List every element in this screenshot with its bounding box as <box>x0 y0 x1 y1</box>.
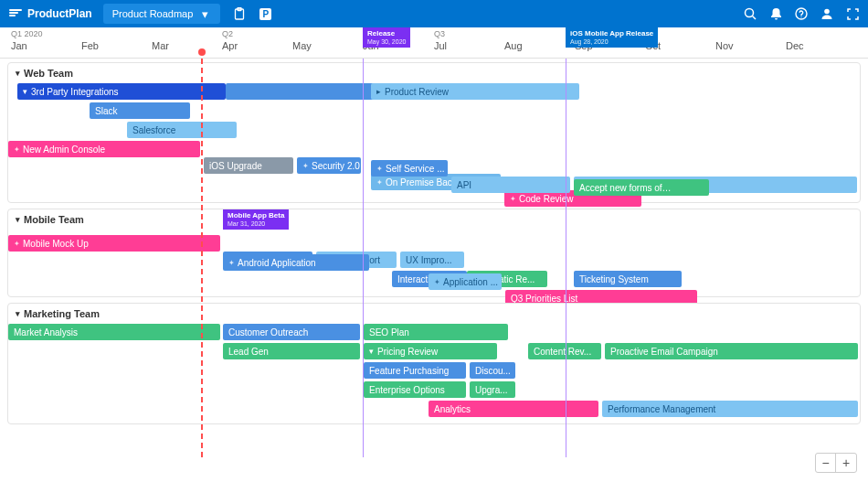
bar-label: Lead Gen <box>228 347 269 357</box>
month-label: Mar <box>152 40 169 51</box>
bar-label: Android Application <box>238 258 316 268</box>
expand-chevron-icon: ▾ <box>369 347 374 356</box>
roadmap-bar[interactable]: Android Application <box>223 254 369 271</box>
bar-label: Discou... <box>475 366 511 376</box>
bar-label: Q3 Priorities List <box>511 294 577 304</box>
lane-row: Salesforce <box>8 122 860 141</box>
roadmap-bar[interactable]: Self Service ... <box>371 160 448 177</box>
lane-row: Market AnalysisCustomer OutreachSEO Plan <box>8 324 860 343</box>
roadmap-canvas[interactable]: ▾ Web Team▾3rd Party Integrations▸Produc… <box>0 59 868 457</box>
milestone-flag[interactable]: ReleaseMay 30, 2020 <box>363 27 410 48</box>
app-name: ProductPlan <box>27 7 92 20</box>
roadmap-bar[interactable]: Mobile Mock Up <box>8 235 220 252</box>
swimlane-header[interactable]: ▾ Marketing Team <box>8 304 860 324</box>
roadmap-bar[interactable]: Upgra... <box>470 381 515 398</box>
clipboard-icon[interactable] <box>233 7 246 20</box>
swimlane-header[interactable]: ▾ Mobile Team <box>8 209 860 230</box>
bar-label: Self Service ... <box>386 164 444 174</box>
month-label: Feb <box>81 40 99 51</box>
zoom-in-button[interactable]: + <box>836 454 856 472</box>
month-label: Jan <box>11 40 27 51</box>
search-icon[interactable] <box>744 7 757 20</box>
bar-label: Performance Management <box>608 404 715 414</box>
caret-down-icon: ▾ <box>198 7 211 20</box>
bar-label: Product Review <box>385 87 449 97</box>
roadmap-bar[interactable]: ▾3rd Party Integrations <box>17 83 226 100</box>
roadmap-bar[interactable]: Feature Purchasing <box>364 362 466 379</box>
roadmap-bar[interactable]: New Admin Console <box>8 141 200 157</box>
lane-row: New Admin ConsoleiOS UpgradeSecurity 2.0… <box>8 141 860 160</box>
timeline-header: Q1 2020Q2Q3Q4JanFebMarAprMayJunJulAugSep… <box>0 27 868 59</box>
bar-label: Enterprise Options <box>369 385 445 395</box>
expand-chevron-icon: ▾ <box>23 87 27 96</box>
svg-text:P: P <box>262 9 269 19</box>
lane-row: Application ...Q3 Priorities List <box>8 273 860 293</box>
bar-label: Upgra... <box>475 385 508 395</box>
roadmap-bar[interactable]: Accept new forms of… <box>574 179 709 196</box>
roadmap-bar[interactable]: Slack <box>90 102 190 119</box>
swimlane: ▾ Web Team▾3rd Party Integrations▸Produc… <box>7 62 861 203</box>
chevron-down-icon: ▾ <box>16 309 20 318</box>
bar-label: Slack <box>95 106 117 116</box>
roadmap-bar[interactable]: Content Rev... <box>528 343 601 359</box>
roadmap-bar[interactable]: Market Analysis <box>8 324 220 340</box>
bar-label: Customer Outreach <box>228 327 308 337</box>
lane-row: Accept new forms of… <box>8 179 860 198</box>
roadmap-selector-dropdown[interactable]: Product Roadmap ▾ <box>103 4 221 24</box>
productplan-logo-icon <box>9 9 22 18</box>
lane-row: Mobile Mock UpUX Improve...Cloud Support… <box>8 235 860 254</box>
quarter-label: Q2 <box>222 29 233 38</box>
chevron-down-icon: ▾ <box>16 69 20 78</box>
user-profile-icon[interactable] <box>820 7 833 20</box>
fullscreen-icon[interactable] <box>846 7 859 20</box>
zoom-out-button[interactable]: − <box>816 454 836 472</box>
roadmap-bar[interactable]: Performance Management <box>602 401 858 417</box>
roadmap-bar[interactable]: Analytics <box>429 401 598 417</box>
lane-row: Lead Gen▾Pricing ReviewContent Rev...Pro… <box>8 343 860 362</box>
roadmap-bar[interactable]: Enterprise Options <box>364 381 466 398</box>
milestone-flag[interactable]: Mobile App BetaMar 31, 2020 <box>223 209 289 230</box>
lane-row: Slack <box>8 102 860 122</box>
roadmap-bar[interactable]: Salesforce <box>127 122 237 138</box>
svg-point-8 <box>824 9 830 15</box>
roadmap-name: Product Roadmap <box>112 8 194 19</box>
lane-row: ▾3rd Party Integrations▸Product Review <box>8 83 860 102</box>
month-label: Apr <box>222 40 238 51</box>
help-icon[interactable] <box>795 7 808 20</box>
roadmap-bar[interactable]: Proactive Email Campaign <box>605 343 858 359</box>
expand-chevron-icon: ▸ <box>376 87 381 96</box>
app-logo[interactable]: ProductPlan <box>9 7 92 20</box>
bar-label: Content Rev... <box>534 347 591 357</box>
lane-row: Feature PurchasingDiscou... <box>8 362 860 381</box>
roadmap-bar[interactable]: Application ... <box>429 273 502 290</box>
lane-row: Android ApplicationInteractive D...Autom… <box>8 254 860 273</box>
roadmap-bar[interactable]: ▾Pricing Review <box>364 343 497 359</box>
lane-row: Enterprise OptionsUpgra... <box>8 381 860 401</box>
roadmap-bar[interactable]: SEO Plan <box>364 324 508 340</box>
roadmap-bar[interactable]: Lead Gen <box>223 343 360 359</box>
month-label: Nov <box>715 40 734 51</box>
bar-label: Market Analysis <box>14 327 78 337</box>
bar-label: Accept new forms of… <box>579 183 672 193</box>
top-nav-bar: ProductPlan Product Roadmap ▾ P <box>0 0 868 27</box>
bar-label: Mobile Mock Up <box>23 239 89 249</box>
swimlane-header[interactable]: ▾ Web Team <box>8 63 860 83</box>
roadmap-bar[interactable]: Customer Outreach <box>223 324 360 340</box>
chevron-down-icon: ▾ <box>16 215 20 224</box>
quarter-label: Q1 2020 <box>11 29 43 38</box>
bar-label: Salesforce <box>132 125 175 135</box>
bar-label: Proactive Email Campaign <box>610 347 718 357</box>
bar-label: Feature Purchasing <box>369 366 449 376</box>
milestone-flag[interactable]: iOS Mobile App ReleaseAug 28, 2020 <box>566 27 658 48</box>
notifications-bell-icon[interactable] <box>769 7 782 20</box>
bar-label: 3rd Party Integrations <box>31 87 119 97</box>
bar-label: New Admin Console <box>23 145 105 155</box>
parking-lot-icon[interactable]: P <box>259 7 271 20</box>
swimlane: ▾ Marketing TeamMarket AnalysisCustomer … <box>7 303 861 424</box>
roadmap-bar[interactable]: Discou... <box>470 362 515 379</box>
svg-point-7 <box>800 16 801 17</box>
month-label: May <box>292 40 312 51</box>
roadmap-bar-extension[interactable] <box>226 83 381 100</box>
roadmap-bar[interactable]: ▸Product Review <box>371 83 579 100</box>
bar-label: Application ... <box>443 277 498 287</box>
